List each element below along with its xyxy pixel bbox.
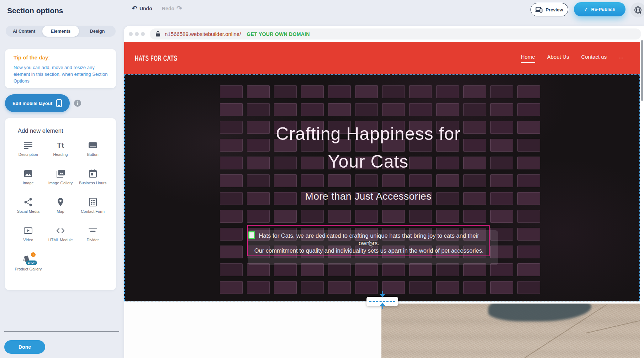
site-canvas: HATS FOR CATS Home About Us Contact us .… [124,42,640,358]
business-hours-icon [88,169,97,178]
nav-about-us[interactable]: About Us [547,54,569,63]
element-image-gallery[interactable]: Image Gallery [44,169,77,194]
html-module-icon [56,226,65,235]
address-pill[interactable]: n1566589.websitebuilder.online/ GET YOUR… [150,28,641,40]
edit-mobile-layout-label: Edit mobile layout [12,101,52,106]
redo-button[interactable]: Redo ↷ [162,5,182,12]
browser-dots [129,32,145,36]
browser-url-bar: n1566589.websitebuilder.online/ GET YOUR… [124,26,644,42]
add-element-panel: Add new element Description Tt Heading B… [5,118,116,290]
mobile-phone-icon [56,99,62,107]
upgrade-badge-icon: ↑ [31,252,36,257]
undo-button[interactable]: ↶ Undo [132,5,152,12]
check-icon: ✓ [584,7,588,12]
undo-icon: ↶ [132,5,137,12]
nav-more-button[interactable]: ... [619,54,624,63]
cat-shadow [488,304,591,321]
site-header[interactable]: HATS FOR CATS Home About Us Contact us .… [124,42,640,74]
get-domain-link[interactable]: GET YOUR OWN DOMAIN [247,31,310,37]
element-divider[interactable]: Divider [76,226,109,251]
next-section[interactable] [124,301,640,358]
video-icon [23,226,33,235]
section-height-handle[interactable] [366,297,398,306]
done-button[interactable]: Done [4,340,45,354]
tip-body: Now you can add, move and resize any ele… [14,64,108,85]
preview-button[interactable]: Preview [530,3,568,16]
resize-handle-left[interactable] [248,231,255,239]
hero-background-image [124,74,640,301]
browser-scrollbar[interactable] [641,40,643,101]
tab-elements[interactable]: Elements [42,26,79,37]
redo-icon: ↷ [176,5,182,12]
hero-section[interactable]: Crafting Happiness for Your Cats More th… [124,74,640,301]
nav-contact-us[interactable]: Contact us [581,54,607,63]
nav-home[interactable]: Home [521,54,535,63]
map-icon [56,198,65,207]
site-nav: Home About Us Contact us ... [521,54,624,63]
element-image[interactable]: Image [12,169,44,194]
image-gallery-icon [56,169,65,178]
element-description[interactable]: Description [12,141,44,165]
tip-of-the-day-card: Tip of the day: Now you can add, move an… [5,49,116,88]
tip-title: Tip of the day: [14,54,50,60]
info-icon[interactable]: i [74,100,81,107]
site-logo[interactable]: HATS FOR CATS [135,54,177,63]
contact-form-icon [88,198,97,207]
element-video[interactable]: Video [12,226,44,251]
heading-icon: Tt [56,141,65,150]
panel-divider [4,331,119,332]
element-contact-form[interactable]: Contact Form [76,198,109,222]
product-gallery-icon: ↑ SHOP [23,254,33,264]
site-preview-frame: n1566589.websitebuilder.online/ GET YOUR… [124,26,644,358]
element-html-module[interactable]: HTML Module [44,226,77,251]
element-grid: Description Tt Heading Button Image [12,141,109,279]
button-icon [88,141,97,150]
globe-icon [634,6,642,14]
mouse-cursor [369,241,374,248]
social-media-icon [23,198,33,207]
element-business-hours[interactable]: Business Hours [76,169,109,194]
panel-tabs: AI Content Elements Design [6,26,116,37]
element-heading[interactable]: Tt Heading [44,141,77,165]
arrow-down-icon [380,294,385,298]
edit-mobile-layout-button[interactable]: Edit mobile layout [5,94,70,112]
section-bottom-dash [369,301,395,302]
shop-badge: SHOP [26,260,37,265]
element-social-media[interactable]: Social Media [12,198,44,222]
element-map[interactable]: Map [44,198,77,222]
description-icon [23,141,33,150]
page-title: Section options [7,6,63,15]
pavement-image [381,304,640,358]
site-url: n1566589.websitebuilder.online/ [165,31,241,37]
add-element-title: Add new element [18,127,109,134]
element-product-gallery[interactable]: ↑ SHOP Product Gallery [12,254,44,279]
republish-button[interactable]: ✓ Re-Publish [574,2,625,16]
hero-subheading[interactable]: More than Just Accessories [124,191,612,202]
lock-icon [155,31,160,37]
image-icon [23,169,33,178]
language-globe-button[interactable] [630,2,644,17]
devices-icon [535,7,543,13]
divider-icon [88,226,97,235]
tab-design[interactable]: Design [79,26,116,37]
element-button[interactable]: Button [76,141,109,165]
selected-paragraph-element[interactable]: Hats for Cats, we are dedicated to craft… [247,225,490,256]
tab-ai-content[interactable]: AI Content [6,26,42,37]
hero-heading[interactable]: Crafting Happiness for Your Cats [124,120,612,175]
